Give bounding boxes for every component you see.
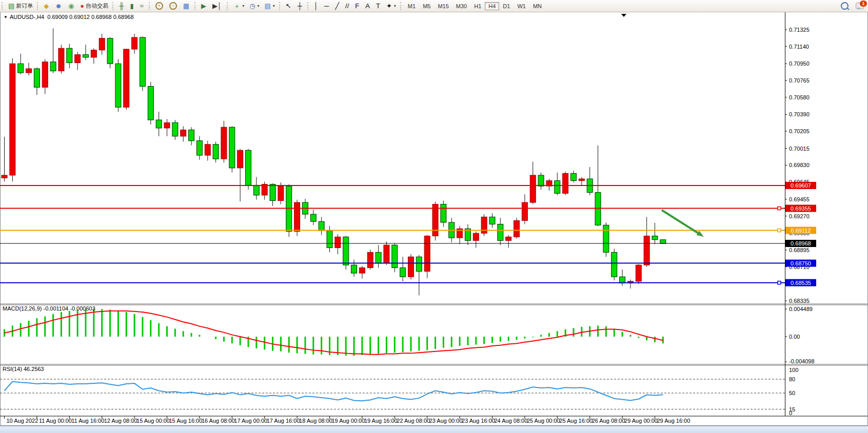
chart-canvas[interactable]: 0.713250.711400.709500.707650.705800.703… [0,0,868,433]
zoom-in-icon: + [155,2,163,10]
equidistant-channel-icon[interactable]: // [343,1,352,11]
candle [473,233,479,240]
candle [172,122,178,136]
price-badge-value: 0.68535 [791,280,811,286]
cursor-icon[interactable]: ↖ [284,1,294,11]
zoom-out-icon[interactable]: − [167,1,180,11]
timeframe-button-w1[interactable]: W1 [514,2,529,10]
timeframe-button-m15[interactable]: M15 [434,2,452,10]
dropdown-arrow-icon[interactable]: ▾ [394,4,396,8]
crosshair-icon[interactable]: ┼ [295,1,305,11]
time-axis-label: 23 Aug 00:00 [429,418,463,424]
candle [400,267,406,277]
toolbar: ▤新订单◆☻◉●自动交易╫▮≈+−▦▶▶│＋▾◷▾▤▾↖┼│─╱//FAT✦▾M… [0,0,868,12]
bar-chart-icon: ╫ [119,3,124,9]
fibonacci-icon: F [355,3,359,9]
timeframe-button-m1[interactable]: M1 [404,2,419,10]
line-handle[interactable] [778,229,781,232]
label-icon[interactable]: T [374,1,383,11]
notifications-icon[interactable]: 1 [856,3,864,9]
candle [489,217,495,224]
periods-icon[interactable]: ◷▾ [247,1,261,11]
auto-scroll-icon[interactable]: ▶ [199,1,209,11]
chart-shift-icon[interactable]: ▶│ [210,1,225,11]
candle [359,267,365,273]
indicators-icon: ＋ [233,3,240,9]
candle [335,237,341,248]
line-handle[interactable] [778,281,781,284]
candle [205,145,210,155]
candle [636,265,641,281]
candle [181,130,186,136]
crosshair-icon: ┼ [298,3,302,9]
dropdown-arrow-icon[interactable]: ▾ [273,4,275,8]
search-icon[interactable] [841,2,849,10]
vertical-line-icon[interactable]: │ [312,1,321,11]
zoom-in-icon[interactable]: + [153,1,166,11]
indicators-icon[interactable]: ＋▾ [231,1,246,11]
line-handle[interactable] [778,207,781,210]
candle [196,141,202,155]
line-chart-icon[interactable]: ≈ [138,1,147,11]
timeframe-button-h4[interactable]: H4 [485,2,499,10]
timeframe-button-m30[interactable]: M30 [452,2,470,10]
dropdown-arrow-icon[interactable]: ▾ [242,4,244,8]
templates-icon[interactable]: ▤▾ [263,1,277,11]
time-axis-label: 17 Aug 00:00 [234,418,267,424]
profile-icon: ☻ [55,3,62,9]
tile-windows-icon[interactable]: ▦ [181,1,192,11]
time-axis-label: 18 Aug 08:00 [299,418,332,424]
timeframe-button-m5[interactable]: M5 [419,2,434,10]
candle [238,150,243,168]
candle [107,38,113,64]
text-icon[interactable]: A [363,1,373,11]
vertical-line-icon: │ [314,3,318,9]
candle [246,150,251,185]
price-axis-label: 0.70015 [789,146,810,152]
toolbar-grip [112,2,114,10]
macd-indicator-label: MACD(12,26,9) -0.001104 -0.000603 [3,305,95,312]
candle [376,252,381,263]
trendline-icon[interactable]: ╱ [333,1,342,11]
trendline-icon: ╱ [335,3,339,9]
timeframe-button-h1[interactable]: H1 [470,2,485,10]
new-order-button[interactable]: ▤新订单 [6,1,35,11]
candle [99,38,105,50]
candle [538,175,544,186]
dropdown-arrow-icon[interactable]: ▾ [257,4,259,8]
collapse-triangle-icon[interactable]: ▼ [4,15,8,19]
signals-icon[interactable]: ◉ [66,1,77,11]
chart-title: ▼AUDUSD-,H4 0.69009 0.69012 0.68968 0.68… [4,14,134,20]
autotrading-button[interactable]: ●自动交易 [78,1,110,11]
timeframe-button-d1[interactable]: D1 [499,2,514,10]
profile-icon[interactable]: ☻ [53,1,65,11]
bar-chart-icon[interactable]: ╫ [117,1,127,11]
toolbar-grip [400,2,402,10]
macd-axis-label: -0.004098 [789,358,815,364]
candle [91,50,96,57]
rsi-axis-label: 80 [789,376,795,382]
candle [310,214,316,221]
timeframe-button-mn[interactable]: MN [529,2,545,10]
rsi-indicator-label: RSI(14) 46.2563 [3,366,44,372]
deposit-icon: ◆ [44,3,49,9]
candle [26,69,32,73]
price-axis-label: 0.70205 [789,128,810,134]
price-axis-label: 0.70390 [789,111,810,117]
price-axis-label: 0.70580 [789,94,810,100]
time-axis-label: 12 Aug 08:00 [104,418,137,424]
price-axis-label: 0.70765 [789,77,810,84]
equidistant-channel-icon: // [345,3,349,9]
candlestick-chart-icon[interactable]: ▮ [128,1,136,11]
candle [351,265,357,273]
candle [319,221,324,231]
signals-icon: ◉ [68,3,74,9]
arrows-icon[interactable]: ✦▾ [384,1,398,11]
horizontal-line-icon[interactable]: ─ [322,1,332,11]
deposit-icon[interactable]: ◆ [42,1,52,11]
window-bottom-strip [0,426,868,433]
fibonacci-icon[interactable]: F [353,1,362,11]
line-chart-icon: ≈ [140,3,144,9]
candle [67,48,72,63]
chart-symbol-period: AUDUSD-,H4 [10,14,44,20]
